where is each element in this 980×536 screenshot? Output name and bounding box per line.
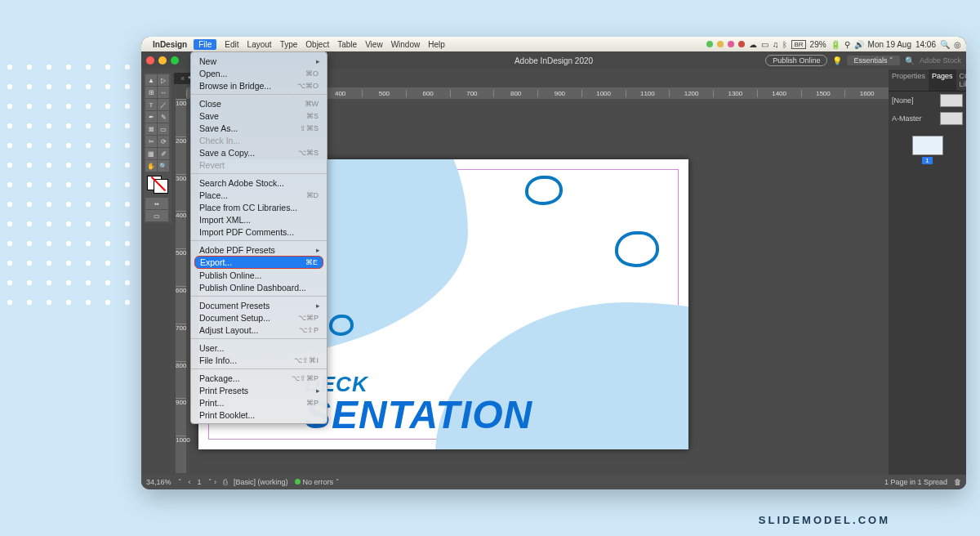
menu-item-import-pdf-comments[interactable]: Import PDF Comments...	[191, 226, 327, 238]
menu-window[interactable]: Window	[391, 40, 421, 49]
menu-item-print-booklet[interactable]: Print Booklet...	[191, 409, 327, 421]
zoom-level[interactable]: 34,16%	[146, 478, 172, 486]
master-a-row[interactable]: A-Master	[889, 109, 966, 127]
master-none-row[interactable]: [None]	[889, 92, 966, 109]
menu-edit[interactable]: Edit	[225, 40, 238, 49]
menu-item-export[interactable]: Export...⌘E	[194, 256, 323, 269]
line-tool-icon[interactable]: ／	[158, 99, 169, 110]
menu-item-place-from-cc-libraries[interactable]: Place from CC Libraries...	[191, 201, 327, 213]
close-window-button[interactable]	[146, 56, 154, 65]
gradient-tool-icon[interactable]: ▦	[145, 148, 157, 159]
menu-item-search-adobe-stock[interactable]: Search Adobe Stock...	[191, 176, 327, 189]
menu-layout[interactable]: Layout	[247, 40, 272, 49]
menu-file[interactable]: File	[194, 39, 216, 50]
page-field[interactable]: 1	[198, 478, 202, 486]
tab-pages[interactable]: Pages	[929, 69, 956, 91]
selection-tool-icon[interactable]: ▲	[145, 74, 157, 86]
eyedropper-tool-icon[interactable]: ✐	[158, 148, 169, 159]
window-title: Adobe InDesign 2020	[514, 56, 593, 65]
search-placeholder[interactable]: Adobe Stock	[920, 56, 961, 65]
zoom-tool-icon[interactable]: 🔍	[158, 160, 169, 172]
bluetooth-icon[interactable]: ᛒ	[782, 40, 787, 49]
trash-icon[interactable]: 🗑	[954, 478, 961, 486]
menu-item-save[interactable]: Save⌘S	[191, 109, 327, 122]
canvas-text-sentation: SENTATION	[305, 392, 532, 437]
keyboard-lang[interactable]: BR	[791, 40, 805, 49]
master-thumb	[940, 112, 963, 125]
preflight-status[interactable]: No errors	[303, 478, 334, 486]
menu-item-print-presets[interactable]: Print Presets	[191, 384, 327, 396]
menu-item-publish-online[interactable]: Publish Online...	[191, 269, 327, 281]
status-bar: 34,16%˅ ‹1˅ › ⎙ [Basic] (working) No err…	[141, 475, 966, 489]
menu-item-save-a-copy[interactable]: Save a Copy...⌥⌘S	[191, 146, 327, 159]
print-icon[interactable]: ⎙	[223, 478, 227, 486]
status-dot-icon	[728, 41, 734, 47]
menu-item-user[interactable]: User...	[191, 342, 327, 354]
tips-icon[interactable]: 💡	[832, 56, 842, 65]
menu-item-open[interactable]: Open...⌘O	[191, 67, 327, 79]
menu-item-revert: Revert	[191, 159, 327, 171]
menu-item-new[interactable]: New	[191, 55, 327, 67]
type-tool-icon[interactable]: T	[145, 99, 157, 110]
menu-item-document-setup[interactable]: Document Setup...⌥⌘P	[191, 311, 327, 324]
outline-blob	[615, 231, 659, 267]
publish-online-button[interactable]: Publish Online	[765, 55, 827, 66]
menu-view[interactable]: View	[365, 40, 383, 49]
siri-icon[interactable]: ◎	[954, 40, 961, 49]
file-menu-dropdown: NewOpen...⌘OBrowse in Bridge...⌥⌘OClose⌘…	[190, 51, 327, 424]
vertical-ruler[interactable]: 1002003004005006007008009001000	[176, 99, 186, 473]
menu-item-print[interactable]: Print...⌘P	[191, 396, 327, 409]
master-thumb	[940, 94, 963, 107]
menu-table[interactable]: Table	[337, 40, 357, 49]
close-tab-icon[interactable]: ×	[180, 74, 185, 83]
menu-item-document-presets[interactable]: Document Presets	[191, 299, 327, 311]
menu-help[interactable]: Help	[428, 40, 445, 49]
rectangle-tool-icon[interactable]: ▭	[158, 123, 169, 135]
menu-item-place[interactable]: Place...⌘D	[191, 189, 327, 201]
page-tool-icon[interactable]: ⊞	[145, 87, 157, 98]
menu-object[interactable]: Object	[305, 40, 329, 49]
scissors-tool-icon[interactable]: ✂	[145, 136, 157, 147]
search-icon[interactable]: 🔍	[905, 56, 915, 65]
spotlight-icon[interactable]: 🔍	[940, 40, 950, 49]
menu-item-close[interactable]: Close⌘W	[191, 97, 327, 109]
fill-stroke-swatch[interactable]	[147, 176, 168, 194]
menu-item-browse-in-bridge[interactable]: Browse in Bridge...⌥⌘O	[191, 79, 327, 92]
display-icon[interactable]: ▭	[761, 40, 768, 49]
outline-blob	[525, 176, 563, 205]
profile-label[interactable]: [Basic] (working)	[234, 478, 288, 486]
direct-select-tool-icon[interactable]: ▷	[158, 74, 169, 86]
transform-tool-icon[interactable]: ⟳	[158, 136, 169, 147]
menu-item-package[interactable]: Package...⌥⇧⌘P	[191, 372, 327, 384]
zoom-window-button[interactable]	[171, 56, 179, 65]
gap-tool-icon[interactable]: ↔	[158, 87, 169, 98]
headphones-icon[interactable]: ♫	[773, 40, 779, 49]
hand-tool-icon[interactable]: ✋	[145, 160, 157, 172]
page-number-badge: 1	[922, 157, 932, 164]
tab-cc-libraries[interactable]: CC Librarie	[956, 69, 966, 91]
wifi-icon[interactable]: ⚲	[844, 40, 850, 49]
menu-item-import-xml[interactable]: Import XML...	[191, 213, 327, 226]
tab-properties[interactable]: Properties	[889, 69, 929, 91]
app-name[interactable]: InDesign	[153, 40, 187, 49]
menu-item-check-in: Check In...	[191, 134, 327, 146]
color-theme-icon[interactable]: ▪▪	[145, 198, 168, 209]
workspace-switcher[interactable]: Essentials ˅	[847, 56, 900, 65]
menu-type[interactable]: Type	[280, 40, 298, 49]
menu-item-file-info[interactable]: File Info...⌥⇧⌘I	[191, 354, 327, 366]
outline-blob	[329, 315, 354, 336]
volume-icon[interactable]: 🔊	[854, 40, 864, 49]
cloud-icon[interactable]: ☁	[749, 40, 757, 49]
branding-watermark: SLIDEMODEL.COM	[759, 514, 890, 526]
frame-tool-icon[interactable]: ⊠	[145, 123, 157, 135]
menu-item-publish-online-dashboard[interactable]: Publish Online Dashboard...	[191, 281, 327, 293]
menu-item-adjust-layout[interactable]: Adjust Layout...⌥⇧P	[191, 324, 327, 336]
view-mode-icon[interactable]: ▭	[145, 210, 168, 221]
page-thumbnail[interactable]	[912, 136, 943, 155]
pencil-tool-icon[interactable]: ✎	[158, 111, 169, 123]
app-window: InDesign FileEditLayoutTypeObjectTableVi…	[141, 37, 966, 489]
menu-item-save-as[interactable]: Save As...⇧⌘S	[191, 122, 327, 134]
pen-tool-icon[interactable]: ✒	[145, 111, 157, 123]
menu-item-adobe-pdf-presets[interactable]: Adobe PDF Presets	[191, 243, 327, 256]
minimize-window-button[interactable]	[158, 56, 167, 65]
